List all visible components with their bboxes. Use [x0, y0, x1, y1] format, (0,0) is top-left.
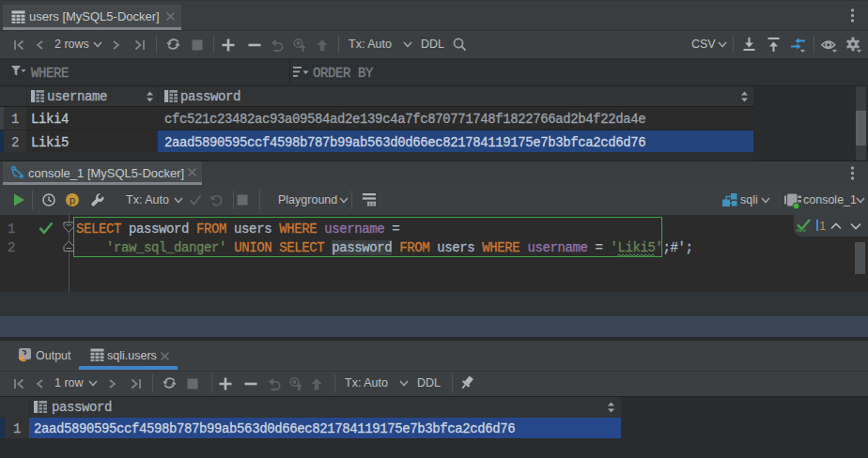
svg-text:p: p	[70, 194, 75, 206]
